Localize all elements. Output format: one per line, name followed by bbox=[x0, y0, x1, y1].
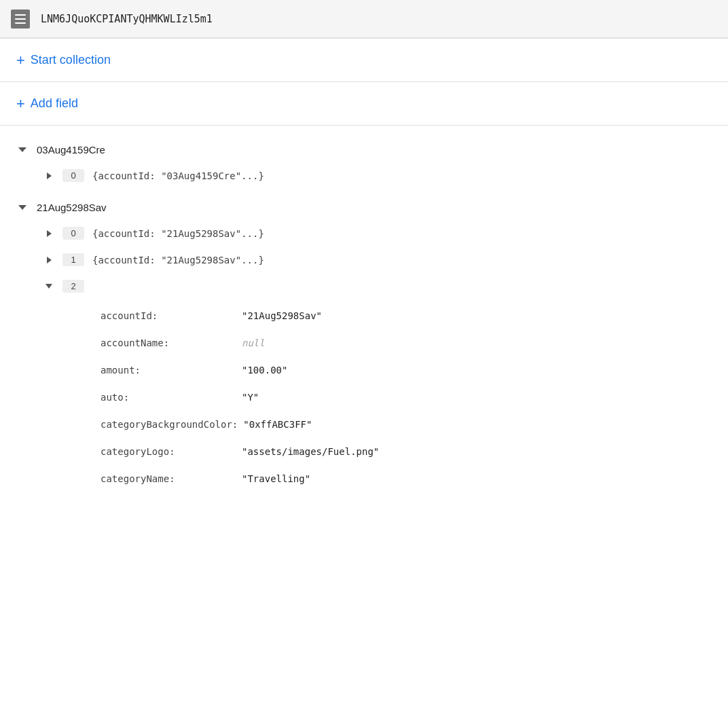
doc-expanded-21Aug5298Sav-2: accountId:"21Aug5298Sav"accountName:null… bbox=[33, 299, 728, 498]
doc-index-21Aug5298Sav-0: 0 bbox=[62, 227, 84, 240]
menu-icon[interactable] bbox=[11, 10, 30, 29]
doc-chevron-21Aug5298Sav-1 bbox=[43, 255, 54, 266]
collections-content: 03Aug4159Cre0{accountId: "03Aug4159Cre".… bbox=[0, 126, 728, 509]
field-value-2: "100.00" bbox=[242, 365, 287, 376]
add-field-row[interactable]: + Add field bbox=[0, 82, 728, 126]
field-row-3: auto:"Y" bbox=[101, 384, 728, 411]
field-row-2: amount:"100.00" bbox=[101, 356, 728, 384]
field-value-4: "0xffABC3FF" bbox=[243, 419, 312, 430]
doc-preview-21Aug5298Sav-0: {accountId: "21Aug5298Sav"...} bbox=[92, 228, 264, 239]
field-value-5: "assets/images/Fuel.png" bbox=[242, 446, 379, 457]
doc-preview-21Aug5298Sav-1: {accountId: "21Aug5298Sav"...} bbox=[92, 255, 264, 266]
field-row-5: categoryLogo:"assets/images/Fuel.png" bbox=[101, 438, 728, 465]
field-row-1: accountName:null bbox=[101, 329, 728, 356]
header-bar: LNM6JQuoKCPIANTyQHMKWLIzl5m1 bbox=[0, 0, 728, 38]
start-collection-row[interactable]: + Start collection bbox=[0, 39, 728, 82]
svg-rect-0 bbox=[15, 14, 26, 16]
field-row-4: categoryBackgroundColor:"0xffABC3FF" bbox=[101, 411, 728, 438]
field-key-6: categoryName: bbox=[101, 473, 236, 484]
field-key-3: auto: bbox=[101, 392, 236, 403]
field-value-1: null bbox=[242, 337, 265, 348]
doc-row-21Aug5298Sav-0[interactable]: 0{accountId: "21Aug5298Sav"...} bbox=[33, 220, 728, 246]
field-key-1: accountName: bbox=[101, 337, 236, 348]
field-key-4: categoryBackgroundColor: bbox=[101, 419, 238, 430]
add-field-plus-icon: + bbox=[16, 96, 25, 111]
doc-row-21Aug5298Sav-1[interactable]: 1{accountId: "21Aug5298Sav"...} bbox=[33, 246, 728, 273]
doc-preview-03Aug4159Cre-0: {accountId: "03Aug4159Cre"...} bbox=[92, 170, 264, 181]
field-key-0: accountId: bbox=[101, 310, 236, 321]
collection-21Aug5298Sav: 21Aug5298Sav0{accountId: "21Aug5298Sav".… bbox=[0, 194, 728, 498]
field-key-2: amount: bbox=[101, 365, 236, 376]
doc-row-21Aug5298Sav-2[interactable]: 2 bbox=[33, 273, 728, 299]
field-value-6: "Travelling" bbox=[242, 473, 310, 484]
field-value-0: "21Aug5298Sav" bbox=[242, 310, 322, 321]
chevron-03Aug4159Cre bbox=[16, 143, 29, 156]
doc-list-21Aug5298Sav: 0{accountId: "21Aug5298Sav"...}1{account… bbox=[0, 220, 728, 498]
field-row-0: accountId:"21Aug5298Sav" bbox=[101, 302, 728, 329]
start-collection-plus-icon: + bbox=[16, 53, 25, 68]
svg-rect-1 bbox=[15, 18, 26, 20]
collection-name-21Aug5298Sav: 21Aug5298Sav bbox=[37, 202, 107, 213]
collection-name-03Aug4159Cre: 03Aug4159Cre bbox=[37, 144, 105, 156]
chevron-21Aug5298Sav bbox=[16, 201, 29, 213]
field-key-5: categoryLogo: bbox=[101, 446, 236, 457]
field-value-3: "Y" bbox=[242, 392, 259, 403]
collection-header-21Aug5298Sav[interactable]: 21Aug5298Sav bbox=[0, 194, 728, 220]
doc-index-21Aug5298Sav-2: 2 bbox=[62, 280, 84, 293]
doc-list-03Aug4159Cre: 0{accountId: "03Aug4159Cre"...} bbox=[0, 162, 728, 189]
doc-index-03Aug4159Cre-0: 0 bbox=[62, 169, 84, 182]
doc-row-03Aug4159Cre-0[interactable]: 0{accountId: "03Aug4159Cre"...} bbox=[33, 162, 728, 189]
collection-header-03Aug4159Cre[interactable]: 03Aug4159Cre bbox=[0, 136, 728, 162]
start-collection-label[interactable]: Start collection bbox=[31, 53, 111, 67]
collection-03Aug4159Cre: 03Aug4159Cre0{accountId: "03Aug4159Cre".… bbox=[0, 136, 728, 189]
svg-rect-2 bbox=[15, 22, 26, 24]
header-title: LNM6JQuoKCPIANTyQHMKWLIzl5m1 bbox=[41, 13, 213, 25]
field-row-6: categoryName:"Travelling" bbox=[101, 465, 728, 492]
doc-chevron-03Aug4159Cre-0 bbox=[43, 170, 54, 181]
doc-index-21Aug5298Sav-1: 1 bbox=[62, 253, 84, 266]
doc-chevron-21Aug5298Sav-0 bbox=[43, 228, 54, 239]
doc-chevron-21Aug5298Sav-2 bbox=[43, 281, 54, 292]
add-field-label[interactable]: Add field bbox=[31, 96, 78, 111]
